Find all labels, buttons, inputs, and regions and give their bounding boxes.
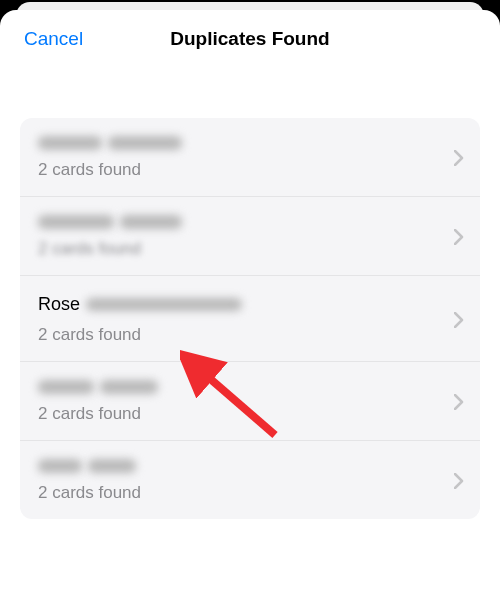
item-name-row <box>38 136 454 150</box>
modal-sheet: Cancel Duplicates Found 2 cards found <box>0 10 500 604</box>
redacted-text <box>38 380 94 394</box>
redacted-text <box>38 136 102 150</box>
redacted-text <box>88 459 136 473</box>
redacted-text <box>108 136 182 150</box>
list-item[interactable]: 2 cards found <box>20 197 480 276</box>
chevron-right-icon <box>454 394 464 410</box>
item-content: 2 cards found <box>38 459 454 503</box>
item-name-label: Rose <box>38 294 80 315</box>
list-item[interactable]: 2 cards found <box>20 362 480 441</box>
item-name-row <box>38 459 454 473</box>
item-subtitle: 2 cards found <box>38 325 454 345</box>
list-item[interactable]: Rose 2 cards found <box>20 276 480 362</box>
redacted-text <box>38 459 82 473</box>
cancel-button[interactable]: Cancel <box>24 28 83 50</box>
item-content: 2 cards found <box>38 215 454 259</box>
item-content: 2 cards found <box>38 380 454 424</box>
redacted-text <box>86 298 242 311</box>
chevron-right-icon <box>454 150 464 166</box>
chevron-right-icon <box>454 229 464 245</box>
item-name-row <box>38 215 454 229</box>
list-item[interactable]: 2 cards found <box>20 118 480 197</box>
item-content: Rose 2 cards found <box>38 294 454 345</box>
nav-bar: Cancel Duplicates Found <box>0 10 500 68</box>
item-subtitle: 2 cards found <box>38 239 454 259</box>
item-content: 2 cards found <box>38 136 454 180</box>
page-title: Duplicates Found <box>20 28 480 50</box>
item-name-row <box>38 380 454 394</box>
duplicates-list: 2 cards found 2 cards found Rose <box>20 118 480 519</box>
redacted-text <box>120 215 182 229</box>
item-subtitle: 2 cards found <box>38 160 454 180</box>
chevron-right-icon <box>454 312 464 328</box>
item-name-row: Rose <box>38 294 454 315</box>
item-subtitle: 2 cards found <box>38 404 454 424</box>
item-subtitle: 2 cards found <box>38 483 454 503</box>
content-area: 2 cards found 2 cards found Rose <box>0 68 500 604</box>
chevron-right-icon <box>454 473 464 489</box>
list-item[interactable]: 2 cards found <box>20 441 480 519</box>
redacted-text <box>38 215 114 229</box>
redacted-text <box>100 380 158 394</box>
